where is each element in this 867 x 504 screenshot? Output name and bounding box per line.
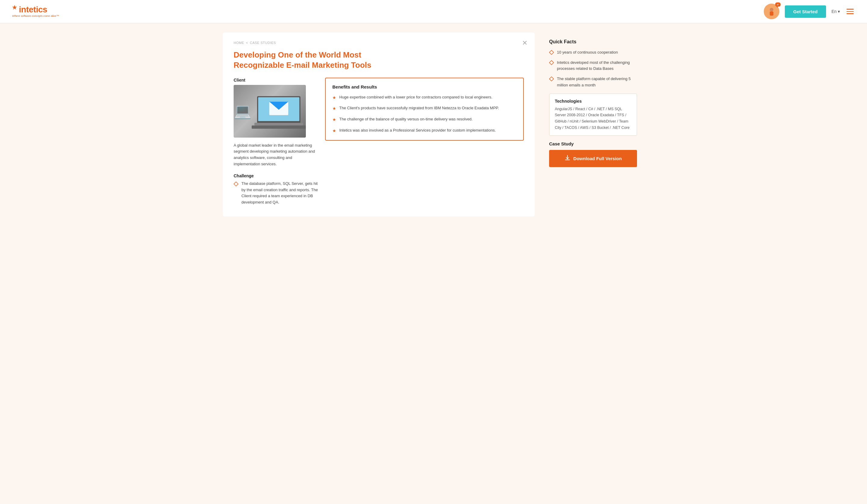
technologies-box: Technologies AngularJS / React / C# / .N…: [549, 94, 637, 136]
breadcrumb: HOME < CASE STUDIES: [234, 41, 524, 45]
hamburger-line-3: [846, 13, 854, 14]
page-background: HOME < CASE STUDIES ✕ Developing One of …: [0, 23, 867, 504]
svg-rect-16: [549, 61, 554, 65]
content-layout: HOME < CASE STUDIES ✕ Developing One of …: [223, 33, 644, 216]
breadcrumb-separator: <: [246, 41, 248, 45]
benefit-item-3: ★ The challenge of the balance of qualit…: [332, 116, 517, 123]
svg-point-2: [770, 8, 773, 11]
lang-arrow-icon: ▾: [838, 9, 840, 14]
benefit-text-4: Intetics was also involved as a Professi…: [339, 127, 496, 133]
download-svg-icon: [565, 155, 570, 161]
benefit-text-1: Huge expertise combined with a lower pri…: [339, 94, 493, 100]
fact-item-1: 10 years of continuous cooperation: [549, 50, 637, 55]
challenge-section: Challenge The database platform, SQL Ser…: [234, 173, 318, 206]
fact-text-3: The stable platform capable of deliverin…: [557, 76, 637, 88]
hamburger-line-2: [846, 11, 854, 12]
logo-text: ★ intetics: [12, 6, 59, 14]
svg-rect-4: [777, 3, 779, 6]
benefit-item-4: ★ Intetics was also involved as a Profes…: [332, 127, 517, 134]
case-study-section: Case Study Download Full Version: [549, 141, 637, 167]
quick-facts-title: Quick Facts: [549, 39, 637, 45]
svg-rect-15: [549, 50, 554, 54]
laptop-illustration: [252, 92, 306, 131]
download-icon: [565, 155, 570, 162]
breadcrumb-home[interactable]: HOME: [234, 41, 244, 45]
fact-text-2: Intetics developed most of the challengi…: [557, 60, 637, 72]
chat-bubble-icon: [775, 2, 781, 7]
breadcrumb-current: CASE STUDIES: [250, 41, 276, 45]
svg-rect-13: [252, 126, 306, 129]
client-text: A global market leader in the email mark…: [234, 142, 318, 168]
hamburger-line-1: [846, 9, 854, 10]
star-icon-3: ★: [332, 117, 336, 123]
fact-text-1: 10 years of continuous cooperation: [557, 50, 618, 55]
star-icon-2: ★: [332, 105, 336, 112]
svg-rect-3: [770, 11, 773, 16]
logo-star: ★: [12, 4, 17, 11]
sidebar: Quick Facts 10 years of continuous coope…: [542, 33, 644, 216]
main-panel: HOME < CASE STUDIES ✕ Developing One of …: [223, 33, 535, 216]
quick-facts-section: Quick Facts 10 years of continuous coope…: [542, 33, 644, 174]
fact-item-3: The stable platform capable of deliverin…: [549, 76, 637, 88]
laptop-image: [234, 85, 306, 138]
technologies-text: AngularJS / React / C# / .NET / MS SQL S…: [555, 106, 631, 131]
case-title: Developing One of the World Most Recogni…: [234, 50, 408, 71]
star-icon-4: ★: [332, 128, 336, 134]
close-button[interactable]: ✕: [522, 40, 527, 46]
benefit-text-3: The challenge of the balance of quality …: [339, 116, 473, 122]
svg-rect-17: [549, 77, 554, 81]
svg-rect-14: [234, 182, 238, 186]
benefits-box: Benefits and Results ★ Huge expertise co…: [325, 78, 524, 141]
download-label: Download Full Version: [574, 156, 622, 161]
challenge-label: Challenge: [234, 173, 318, 178]
star-icon-1: ★: [332, 95, 336, 101]
benefit-item-2: ★ The Client's products have successfull…: [332, 105, 517, 112]
fact-diamond-icon-2: [549, 60, 554, 65]
svg-rect-12: [254, 123, 303, 126]
diamond-icon: [234, 182, 238, 186]
client-label: Client: [234, 78, 318, 83]
fact-item-2: Intetics developed most of the challengi…: [549, 60, 637, 72]
fact-diamond-icon-3: [549, 76, 554, 81]
header: ★ intetics Where software concepts come …: [0, 0, 867, 23]
chat-icon: [777, 3, 779, 6]
avatar[interactable]: [764, 4, 779, 19]
technologies-label: Technologies: [555, 99, 631, 104]
challenge-text: The database platform, SQL Server, gets …: [242, 181, 318, 206]
benefit-item-1: ★ Huge expertise combined with a lower p…: [332, 94, 517, 101]
hamburger-menu[interactable]: [845, 8, 855, 15]
lang-label: En: [832, 9, 837, 14]
right-box: Benefits and Results ★ Huge expertise co…: [325, 78, 524, 141]
fact-diamond-icon-1: [549, 50, 554, 55]
language-selector[interactable]: En ▾: [832, 9, 840, 14]
benefit-text-2: The Client's products have successfully …: [339, 105, 499, 111]
challenge-item: The database platform, SQL Server, gets …: [234, 181, 318, 206]
benefits-title: Benefits and Results: [332, 84, 517, 89]
left-info: Client: [234, 78, 318, 206]
logo-tagline: Where software concepts come alive™: [12, 14, 59, 18]
avatar-person-icon: [766, 6, 778, 18]
download-full-version-button[interactable]: Download Full Version: [549, 150, 637, 167]
get-started-button[interactable]: Get Started: [785, 6, 826, 18]
two-col-layout: Client: [234, 78, 524, 206]
header-right: Get Started En ▾: [764, 4, 855, 19]
logo: ★ intetics Where software concepts come …: [12, 6, 59, 18]
case-study-label: Case Study: [549, 141, 637, 146]
